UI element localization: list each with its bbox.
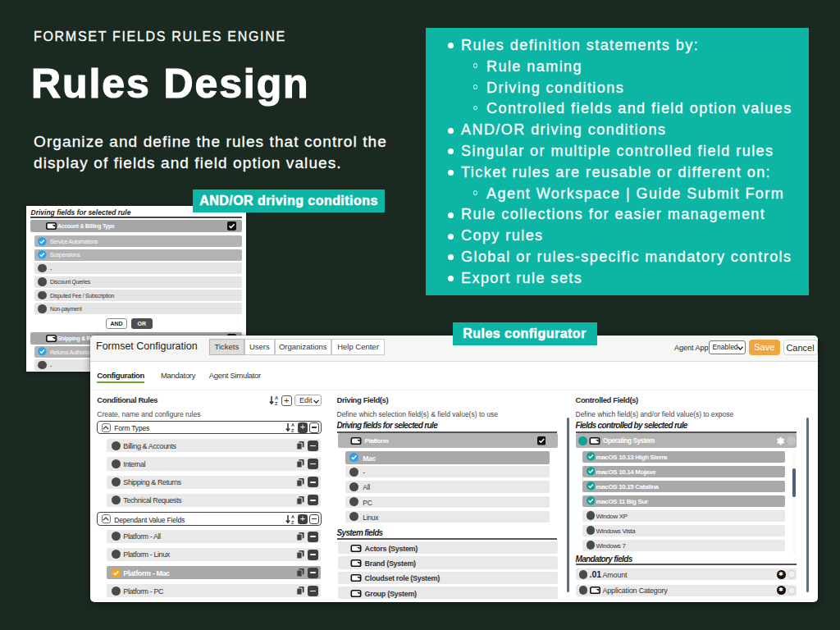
svg-text:Z: Z — [291, 428, 294, 433]
svg-text:Z: Z — [291, 520, 294, 525]
svg-text:Z: Z — [275, 401, 278, 406]
svg-text:A: A — [291, 422, 294, 427]
svg-text:A: A — [291, 514, 294, 519]
svg-text:A: A — [275, 395, 278, 400]
